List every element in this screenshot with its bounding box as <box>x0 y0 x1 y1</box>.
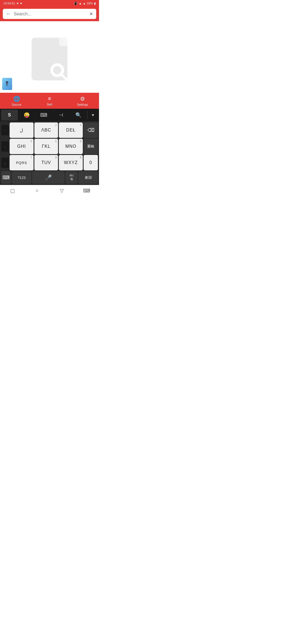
nav-bar: ▢ ○ ▽ ⌨ <box>0 185 99 196</box>
settings-button[interactable]: ⚙ Settings <box>66 95 99 106</box>
dropdown-button[interactable]: ▼ <box>88 113 98 117</box>
svg-line-1 <box>61 74 67 80</box>
doc-corner <box>59 38 67 46</box>
kb-side-col-2: … <box>1 141 9 152</box>
heart-filled-icon: ♥ <box>20 2 22 5</box>
keyboard-icon-btn[interactable]: ⌨ <box>35 110 52 121</box>
kb-bottom-row: ⌨ ?123 🎤 中/等 倉頡 <box>1 171 98 184</box>
search-icon-btn[interactable]: 🔍 <box>70 110 87 121</box>
status-time: 14:54:51 <box>3 2 15 5</box>
heart-icon: ♥ <box>17 2 19 5</box>
magnifier-svg <box>50 62 69 82</box>
zero-key[interactable]: 0 <box>84 155 98 170</box>
search-box: ← ✕ <box>3 9 96 19</box>
battery-text: 93% <box>87 2 93 5</box>
nav-square-button[interactable]: ▢ <box>7 186 17 196</box>
reset-key[interactable]: 重輸 <box>84 139 98 154</box>
search-input[interactable] <box>14 12 87 17</box>
keyboard-icon-row: S 😜 ⌨ ⊣ 🔍 ▼ <box>0 109 99 121</box>
num-symbol-key[interactable]: ?123 <box>12 171 31 184</box>
vibrate-icon: 📳 <box>74 2 78 5</box>
key-pqrs[interactable]: 7 PQRS <box>10 155 34 170</box>
icon-row-divider <box>87 111 87 119</box>
kb-side-col-3: ، <box>1 157 9 168</box>
key-del[interactable]: 3 DEŁ <box>59 122 83 138</box>
kb-row-1: · ل 2 ΛBC 3 DEŁ ⌫ <box>1 122 98 138</box>
sort-button[interactable]: ≡ Sort <box>33 95 66 106</box>
key-jkl[interactable]: 5 ΓKL <box>34 139 58 154</box>
symbol-key[interactable]: ⌨ <box>1 171 11 184</box>
avatar-placeholder: 🎖 <box>2 78 12 90</box>
content-area: 🎖 <box>0 21 99 93</box>
key-mno[interactable]: 6 MNO <box>59 139 83 154</box>
cursor-icon-btn[interactable]: ⊣ <box>53 110 70 121</box>
keyboard-keys-area: · ل 2 ΛBC 3 DEŁ ⌫ … 4 GHI <box>0 121 99 185</box>
sort-icon: ≡ <box>48 95 51 102</box>
gear-icon: ⚙ <box>80 95 85 102</box>
lang-key[interactable]: 中/等 <box>65 171 78 184</box>
battery-icon: ▮ <box>94 2 96 5</box>
side-key-ellipsis[interactable]: … <box>1 141 9 152</box>
key-abc[interactable]: 2 ΛBC <box>34 122 58 138</box>
globe-icon: 🌐 <box>13 95 20 102</box>
nav-triangle-button[interactable]: ▽ <box>57 186 67 196</box>
nav-keyboard-button[interactable]: ⌨ <box>82 186 92 196</box>
key-ghi[interactable]: 4 GHI <box>10 139 34 154</box>
key-l[interactable]: ل <box>10 122 34 138</box>
signal-icon: ▲ <box>83 2 86 5</box>
source-button[interactable]: 🌐 Source <box>0 95 33 106</box>
nav-circle-button[interactable]: ○ <box>32 186 42 196</box>
key-wxyz[interactable]: 9 WXYZ <box>59 155 83 170</box>
avatar-sticker: 🎖 <box>2 78 12 90</box>
cangjie-key[interactable]: 倉頡 <box>78 171 98 184</box>
kb-keys-grid-3: 7 PQRS 8 TUV 9 WXYZ <box>10 155 83 170</box>
kb-row-3: ، 7 PQRS 8 TUV 9 WXYZ 0 <box>1 155 98 170</box>
side-key-comma[interactable]: ، <box>1 157 9 168</box>
kb-row-2: … 4 GHI 5 ΓKL 6 MNO 重輸 <box>1 139 98 154</box>
swiftkey-icon-btn[interactable]: S <box>1 110 18 121</box>
kb-keys-grid-1: ل 2 ΛBC 3 DEŁ <box>10 122 83 138</box>
kb-keys-grid-2: 4 GHI 5 ΓKL 6 MNO <box>10 139 83 154</box>
side-key-dot[interactable]: · <box>1 125 9 135</box>
wifi-icon: ▲ <box>79 2 82 5</box>
status-left: 14:54:51 ♥ ♥ <box>3 2 22 5</box>
key-tuv[interactable]: 8 TUV <box>34 155 58 170</box>
delete-key[interactable]: ⌫ <box>84 122 98 138</box>
kb-side-col-1: · <box>1 125 9 135</box>
space-key[interactable]: 🎤 <box>32 171 65 184</box>
emoji-icon-btn[interactable]: 😜 <box>18 110 35 121</box>
status-bar: 14:54:51 ♥ ♥ 📳 ▲ ▲ 93% ▮ <box>0 0 99 7</box>
no-results-illustration <box>30 38 69 82</box>
status-right: 📳 ▲ ▲ 93% ▮ <box>74 2 96 5</box>
magnifier <box>50 62 69 82</box>
keyboard-toolbar: 🌐 Source ≡ Sort ⚙ Settings <box>0 93 99 109</box>
clear-button[interactable]: ✕ <box>89 11 93 17</box>
back-button[interactable]: ← <box>6 11 11 17</box>
search-bar: ← ✕ <box>0 7 99 21</box>
